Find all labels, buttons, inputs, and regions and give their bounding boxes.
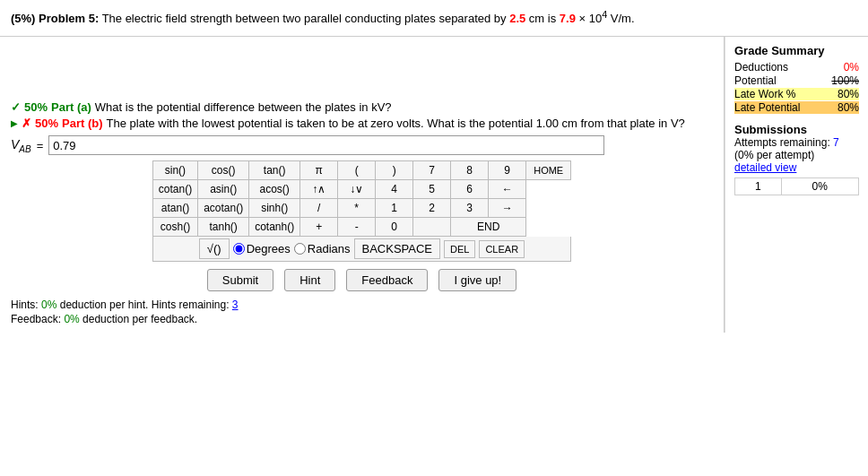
calc-backspace-arrow[interactable]: ← [489, 180, 526, 199]
feedback-suffix: deduction per feedback. [82, 313, 197, 325]
deductions-row: Deductions 0% [734, 61, 859, 74]
degrees-radio[interactable] [233, 243, 245, 255]
attempts-label: Attempts remaining: [734, 136, 830, 149]
calculator-table: sin() cos() tan() π ( ) 7 8 9 HOME cotan… [152, 160, 571, 237]
part-b-triangle-icon: ▶ [11, 118, 18, 128]
calc-asin[interactable]: asin() [198, 180, 249, 199]
value-7-9: 7.9 [560, 12, 576, 25]
late-work-value: 80% [838, 88, 859, 100]
calc-minus[interactable]: - [338, 218, 376, 237]
radians-label[interactable]: Radians [294, 242, 351, 255]
radians-radio[interactable] [294, 243, 306, 255]
calc-close-paren[interactable]: ) [376, 161, 413, 180]
feedback-prefix: Feedback: [11, 313, 61, 325]
calc-sinh[interactable]: sinh() [249, 199, 300, 218]
hints-remaining: 3 [232, 299, 239, 311]
part-b-row: ▶ ✗ 50% Part (b) The plate with the lowe… [11, 117, 713, 130]
calc-0[interactable]: 0 [376, 218, 413, 237]
calc-up-arrow[interactable]: ↑∧ [300, 180, 338, 199]
hints-prefix: Hints: [11, 299, 39, 311]
calc-2[interactable]: 2 [413, 199, 451, 218]
calc-1[interactable]: 1 [376, 199, 413, 218]
backspace-btn[interactable]: BACKSPACE [354, 238, 441, 259]
degree-radians-row: √() Degrees Radians BACKSPACE DEL CLEAR [152, 237, 571, 262]
hints-deduction-pct: 0% [41, 299, 56, 311]
calc-5[interactable]: 5 [413, 180, 451, 199]
calc-9[interactable]: 9 [489, 161, 526, 180]
attempts-value: 7 [833, 136, 839, 149]
calc-down-arrow[interactable]: ↓∨ [338, 180, 376, 199]
calc-right-arrow[interactable]: → [489, 199, 526, 218]
calc-cosh[interactable]: cosh() [152, 218, 197, 237]
calc-cotan[interactable]: cotan() [152, 180, 197, 199]
calc-tan[interactable]: tan() [249, 161, 300, 180]
potential-value: 100% [831, 74, 859, 87]
part-a-row: ✓ 50% Part (a) What is the potential dif… [11, 100, 713, 114]
right-panel: Grade Summary Deductions 0% Potential 10… [725, 37, 868, 333]
calc-atan[interactable]: atan() [152, 199, 197, 218]
del-btn[interactable]: DEL [444, 240, 475, 258]
calc-plus[interactable]: + [300, 218, 338, 237]
submissions-section: Submissions Attempts remaining: 7 (0% pe… [734, 123, 859, 195]
input-row: VAB = [11, 135, 713, 155]
vab-label: VAB [11, 137, 31, 154]
calc-sin[interactable]: sin() [152, 161, 197, 180]
hints-line: Hints: 0% deduction per hint. Hints rema… [11, 299, 713, 311]
hints-text: deduction per hint. Hints remaining: [60, 299, 230, 311]
calc-acos[interactable]: acos() [249, 180, 300, 199]
calc-multiply[interactable]: * [338, 199, 376, 218]
feedback-button[interactable]: Feedback [346, 269, 428, 291]
late-potential-value: 80% [838, 101, 859, 114]
calc-cos[interactable]: cos() [198, 161, 249, 180]
submission-number: 1 [735, 178, 782, 195]
grade-summary-title: Grade Summary [734, 44, 859, 57]
part-b-label: Part (b) [62, 117, 103, 130]
feedback-line: Feedback: 0% deduction per feedback. [11, 313, 713, 325]
calc-7[interactable]: 7 [413, 161, 451, 180]
part-b-percent: 50% [35, 117, 58, 130]
vab-input[interactable] [48, 135, 604, 155]
detailed-view-link[interactable]: detailed view [734, 161, 859, 174]
igiveup-button[interactable]: I give up! [438, 269, 516, 291]
submit-row: Submit Hint Feedback I give up! [11, 269, 713, 291]
late-potential-label: Late Potential [734, 101, 800, 114]
attempts-remaining: Attempts remaining: 7 [734, 136, 859, 149]
per-attempt-label: (0% per attempt) [734, 149, 859, 161]
submissions-title: Submissions [734, 123, 859, 136]
submission-value: 0% [781, 178, 859, 195]
calc-tanh[interactable]: tanh() [198, 218, 249, 237]
part-b-question: The plate with the lowest potential is t… [107, 117, 685, 130]
calc-3[interactable]: 3 [451, 199, 489, 218]
calc-4[interactable]: 4 [376, 180, 413, 199]
calc-divide[interactable]: / [300, 199, 338, 218]
calc-open-paren[interactable]: ( [338, 161, 376, 180]
sqrt-btn[interactable]: √() [199, 238, 230, 259]
equals-sign: = [37, 139, 44, 152]
calc-empty [413, 218, 451, 237]
feedback-deduction-pct: 0% [64, 313, 79, 325]
part-a-check-icon: ✓ [11, 100, 21, 114]
problem-header: (5%) Problem 5: The electric field stren… [0, 0, 868, 37]
submissions-table: 1 0% [734, 177, 859, 195]
potential-label: Potential [734, 74, 777, 87]
deductions-label: Deductions [734, 61, 788, 74]
calc-end[interactable]: END [451, 218, 526, 237]
deductions-value: 0% [844, 61, 859, 74]
part-b-x-icon: ✗ [22, 117, 31, 130]
part-a-label: Part (a) [51, 100, 91, 114]
submit-button[interactable]: Submit [207, 269, 273, 291]
problem-weight: (5%) Problem 5: [11, 12, 99, 25]
calc-8[interactable]: 8 [451, 161, 489, 180]
value-2-5: 2.5 [509, 12, 525, 25]
hint-button[interactable]: Hint [284, 269, 335, 291]
calc-cotanh[interactable]: cotanh() [249, 218, 300, 237]
clear-btn[interactable]: CLEAR [479, 240, 525, 258]
late-potential-row: Late Potential 80% [734, 101, 859, 114]
main-layout: ✓ 50% Part (a) What is the potential dif… [0, 37, 868, 333]
degrees-label[interactable]: Degrees [233, 242, 291, 255]
calc-6[interactable]: 6 [451, 180, 489, 199]
calc-pi[interactable]: π [300, 161, 338, 180]
late-work-label: Late Work % [734, 88, 795, 100]
calc-home[interactable]: HOME [526, 161, 571, 180]
calc-acotan[interactable]: acotan() [198, 199, 249, 218]
